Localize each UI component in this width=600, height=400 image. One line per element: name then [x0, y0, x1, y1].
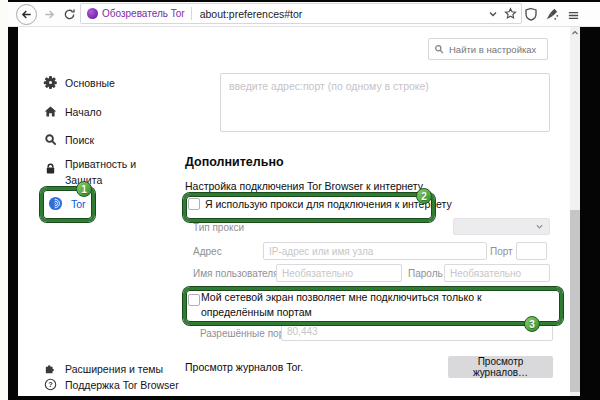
bookmark-button[interactable]	[501, 7, 519, 20]
desktop-edge	[0, 0, 8, 400]
urlbar-dropdown-button[interactable]	[485, 9, 501, 19]
help-icon: ?	[44, 378, 57, 391]
back-button[interactable]	[16, 4, 37, 25]
lock-icon	[44, 162, 57, 175]
screenshot-root: Обозреватель Tor about:preferences#tor	[0, 0, 600, 400]
gear-icon	[44, 76, 57, 89]
sidebar-item-support[interactable]: ? Поддержка Tor Browser	[44, 378, 179, 391]
sidebar-item-label: Основные	[65, 77, 115, 89]
sidebar-item-tor[interactable]: Tor	[48, 196, 86, 211]
username-label: Имя пользователя	[193, 268, 279, 279]
firewall-checkbox[interactable]	[188, 294, 200, 306]
site-identity-label[interactable]: Обозреватель Tor	[102, 8, 185, 19]
settings-search[interactable]	[428, 38, 548, 60]
sidebar-item-extensions[interactable]: Расширения и темы	[44, 362, 163, 375]
address-label: Адрес	[193, 246, 222, 257]
proxy-type-label: Тип прокси	[193, 222, 244, 233]
back-icon	[20, 8, 33, 21]
annotation-badge-3: 3	[524, 316, 540, 332]
url-text[interactable]: about:preferences#tor	[200, 8, 485, 20]
menu-button[interactable]	[564, 6, 582, 24]
puzzle-icon	[44, 362, 57, 375]
port-label: Порт	[490, 246, 513, 257]
sidebar-item-home[interactable]: Начало	[44, 105, 102, 118]
browser-toolbar: Обозреватель Tor about:preferences#tor	[8, 2, 600, 27]
forward-icon	[43, 8, 56, 21]
port-input[interactable]	[516, 242, 547, 260]
reload-icon	[63, 8, 76, 21]
sidebar-item-general[interactable]: Основные	[44, 76, 115, 89]
forward-button[interactable]	[41, 6, 57, 22]
address-input[interactable]	[263, 242, 487, 260]
section-heading: Дополнительно	[185, 155, 284, 169]
sidebar-item-label: Tor	[71, 198, 86, 210]
shield-icon	[524, 7, 538, 21]
password-label: Пароль	[408, 268, 443, 279]
identity-separator	[191, 7, 192, 20]
home-icon	[44, 105, 57, 118]
sidebar-item-label: Расширения и темы	[65, 363, 163, 375]
address-port-textarea[interactable]	[220, 73, 550, 132]
scroll-up-icon	[571, 29, 579, 37]
sidebar-item-label: Поиск	[65, 134, 94, 146]
view-logs-button[interactable]: Просмотр журналов…	[448, 356, 553, 378]
chevron-down-icon	[535, 222, 544, 231]
sidebar-item-label: Начало	[65, 106, 102, 118]
chevron-down-icon	[488, 9, 498, 19]
firewall-label: Мой сетевой экран позволяет мне подключи…	[201, 290, 553, 319]
star-icon	[504, 7, 517, 20]
settings-search-input[interactable]	[447, 43, 541, 56]
section-subtitle: Настройка подключения Tor Browser к инте…	[185, 180, 425, 192]
username-input[interactable]	[276, 264, 402, 282]
svg-text:?: ?	[48, 380, 53, 389]
annotation-badge-1: 1	[76, 181, 92, 197]
new-identity-button[interactable]	[543, 5, 561, 23]
security-level-button[interactable]	[522, 5, 540, 23]
sidebar-item-label: Поддержка Tor Browser	[65, 379, 179, 391]
annotation-badge-2: 2	[416, 188, 432, 204]
broom-icon	[545, 7, 559, 21]
sidebar-item-privacy[interactable]: Приватность и Защита	[44, 156, 151, 188]
search-icon	[434, 44, 444, 54]
site-identity-icon[interactable]	[87, 8, 98, 19]
address-bar[interactable]: Обозреватель Tor about:preferences#tor	[80, 3, 522, 24]
password-input[interactable]	[444, 264, 550, 282]
scrollbar-thumb[interactable]	[570, 210, 580, 392]
tor-onion-icon	[48, 196, 63, 211]
proxy-type-select[interactable]	[453, 218, 550, 235]
view-logs-text: Просмотр журналов Tor.	[185, 361, 303, 373]
magnifier-icon	[44, 133, 57, 146]
scrollbar-up-button[interactable]	[570, 28, 580, 38]
allowed-ports-input[interactable]	[281, 322, 553, 341]
hamburger-icon	[567, 9, 580, 22]
use-proxy-checkbox[interactable]	[188, 198, 200, 210]
use-proxy-label: Я использую прокси для подключения к инт…	[205, 193, 452, 216]
sidebar-item-search[interactable]: Поиск	[44, 133, 94, 146]
reload-button[interactable]	[61, 6, 77, 22]
